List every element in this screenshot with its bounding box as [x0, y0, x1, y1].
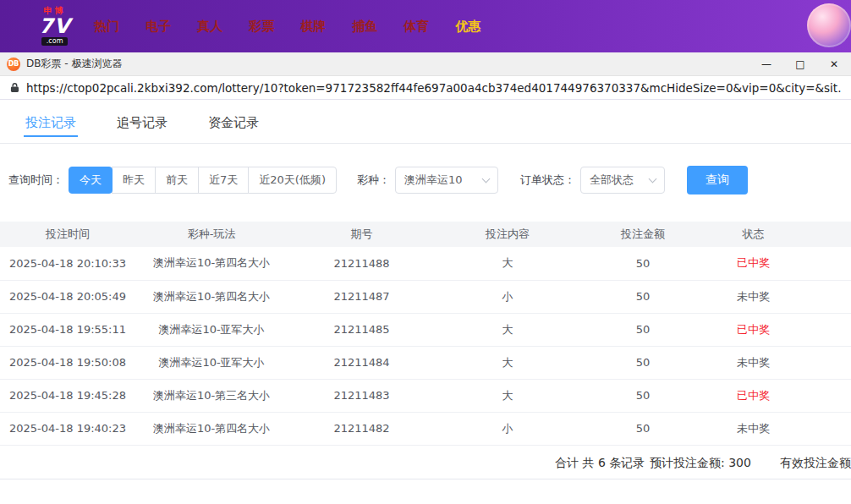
cell-game: 澳洲幸运10-第三名大小	[135, 379, 288, 412]
cell-game: 澳洲幸运10-第四名大小	[135, 247, 288, 280]
cell-amount: 50	[579, 247, 706, 280]
cell-content: 大	[436, 346, 579, 379]
tab-bar: 投注记录 追号记录 资金记录	[0, 100, 851, 144]
cell-amount: 50	[579, 412, 706, 445]
time-filter-last-7-days[interactable]: 近7天	[198, 167, 249, 194]
order-status-select-value: 全部状态	[590, 173, 634, 188]
col-header-amount: 投注金额	[579, 222, 706, 247]
lottery-select[interactable]: 澳洲幸运10	[395, 167, 498, 194]
site-header: 申博 7V .com 热门 电子 真人 彩票 棋牌 捕鱼 体育 优惠	[0, 0, 851, 52]
table-header-row: 投注时间 彩种-玩法 期号 投注内容 投注金额 状态	[0, 222, 851, 247]
window-controls: — □ ✕	[749, 52, 851, 76]
cell-issue: 21211488	[288, 247, 436, 280]
nav-item-sports[interactable]: 体育	[404, 19, 429, 35]
tab-bet-records[interactable]: 投注记录	[24, 115, 78, 143]
cell-status: 已中奖	[706, 247, 851, 280]
summary-total: 合计 共 6 条记录	[555, 456, 645, 471]
site-logo-text-suffix: .com	[41, 37, 69, 46]
cell-status: 已中奖	[706, 313, 851, 346]
maximize-button[interactable]: □	[783, 52, 817, 76]
cell-game: 澳洲幸运10-第四名大小	[135, 280, 288, 313]
lottery-label: 彩种：	[357, 173, 390, 188]
time-filter-today[interactable]: 今天	[69, 167, 113, 194]
close-button[interactable]: ✕	[817, 52, 851, 76]
cell-amount: 50	[579, 280, 706, 313]
order-status-select[interactable]: 全部状态	[580, 167, 665, 194]
table-row: 2025-04-18 19:40:23 澳洲幸运10-第四名大小 2121148…	[0, 412, 851, 445]
cell-issue: 21211487	[288, 280, 436, 313]
cell-content: 大	[436, 379, 579, 412]
table-row: 2025-04-18 19:45:28 澳洲幸运10-第三名大小 2121148…	[0, 379, 851, 412]
browser-addressbar[interactable]: https://ctop02pcali.2kbxi392.com/lottery…	[0, 76, 851, 100]
cell-bet-time: 2025-04-18 19:45:28	[0, 379, 135, 412]
cell-bet-time: 2025-04-18 19:50:08	[0, 346, 135, 379]
table-row: 2025-04-18 20:05:49 澳洲幸运10-第四名大小 2121148…	[0, 280, 851, 313]
cell-content: 小	[436, 412, 579, 445]
filter-bar: 查询时间： 今天 昨天 前天 近7天 近20天(低频) 彩种： 澳洲幸运10 订…	[0, 166, 851, 194]
cell-content: 大	[436, 313, 579, 346]
col-header-issue: 期号	[288, 222, 436, 247]
time-filter-group: 今天 昨天 前天 近7天 近20天(低频)	[69, 167, 337, 194]
minimize-button[interactable]: —	[749, 52, 783, 76]
nav-item-board-games[interactable]: 棋牌	[300, 19, 326, 35]
col-header-content: 投注内容	[436, 222, 579, 247]
browser-titlebar: DB DB彩票 - 极速浏览器 — □ ✕	[0, 52, 851, 76]
site-logo-text-main: 7V	[39, 16, 70, 36]
cell-issue: 21211483	[288, 379, 436, 412]
cell-bet-time: 2025-04-18 20:05:49	[0, 280, 135, 313]
main-nav: 热门 电子 真人 彩票 棋牌 捕鱼 体育 优惠	[94, 19, 480, 35]
cell-content: 大	[436, 247, 579, 280]
col-header-status: 状态	[706, 222, 851, 247]
cell-game: 澳洲幸运10-亚军大小	[135, 346, 288, 379]
url-text: https://ctop02pcali.2kbxi392.com/lottery…	[26, 81, 841, 95]
window-title: DB彩票 - 极速浏览器	[26, 57, 122, 71]
cell-amount: 50	[579, 313, 706, 346]
cell-bet-time: 2025-04-18 20:10:33	[0, 247, 135, 280]
nav-item-hot[interactable]: 热门	[94, 19, 119, 35]
cell-game: 澳洲幸运10-亚军大小	[135, 313, 288, 346]
table-row: 2025-04-18 20:10:33 澳洲幸运10-第四名大小 2121148…	[0, 247, 851, 280]
cell-issue: 21211485	[288, 313, 436, 346]
lottery-select-value: 澳洲幸运10	[404, 173, 463, 188]
cell-status: 未中奖	[706, 346, 851, 379]
tab-chase-records[interactable]: 追号记录	[115, 115, 169, 143]
site-logo[interactable]: 申博 7V .com	[39, 7, 70, 46]
cell-game: 澳洲幸运10-第四名大小	[135, 412, 288, 445]
col-header-bet-time: 投注时间	[0, 222, 135, 247]
browser-favicon-icon: DB	[7, 58, 20, 71]
cell-amount: 50	[579, 379, 706, 412]
chevron-down-icon	[482, 175, 491, 184]
cell-issue: 21211484	[288, 346, 436, 379]
table-row: 2025-04-18 19:50:08 澳洲幸运10-亚军大小 21211484…	[0, 346, 851, 379]
summary-expected-amount: 预计投注金额: 300	[650, 456, 751, 471]
cell-bet-time: 2025-04-18 19:55:11	[0, 313, 135, 346]
search-button[interactable]: 查询	[687, 166, 748, 194]
cell-content: 小	[436, 280, 579, 313]
nav-item-electronic[interactable]: 电子	[145, 19, 171, 35]
time-filter-last-20-days[interactable]: 近20天(低频)	[248, 167, 337, 194]
nav-item-live[interactable]: 真人	[197, 19, 222, 35]
cell-status: 未中奖	[706, 280, 851, 313]
cell-amount: 50	[579, 346, 706, 379]
cell-bet-time: 2025-04-18 19:40:23	[0, 412, 135, 445]
time-filter-yesterday[interactable]: 昨天	[112, 167, 156, 194]
user-avatar[interactable]	[807, 3, 851, 47]
summary-valid-amount: 有效投注金额	[780, 456, 851, 471]
query-time-label: 查询时间：	[8, 173, 63, 188]
summary-bar: 合计 共 6 条记录 预计投注金额: 300 有效投注金额	[0, 446, 851, 479]
col-header-game: 彩种-玩法	[135, 222, 288, 247]
nav-item-promotions[interactable]: 优惠	[455, 19, 480, 35]
tab-fund-records[interactable]: 资金记录	[206, 115, 261, 143]
nav-item-fishing[interactable]: 捕鱼	[352, 19, 377, 35]
nav-item-lottery[interactable]: 彩票	[249, 19, 274, 35]
cell-issue: 21211482	[288, 412, 436, 445]
bet-records-table: 投注时间 彩种-玩法 期号 投注内容 投注金额 状态 2025-04-18 20…	[0, 222, 851, 446]
time-filter-day-before[interactable]: 前天	[155, 167, 199, 194]
cell-status: 未中奖	[706, 412, 851, 445]
cell-status: 已中奖	[706, 379, 851, 412]
chevron-down-icon	[649, 175, 657, 184]
order-status-label: 订单状态：	[520, 173, 575, 188]
lock-icon	[10, 82, 19, 93]
table-row: 2025-04-18 19:55:11 澳洲幸运10-亚军大小 21211485…	[0, 313, 851, 346]
